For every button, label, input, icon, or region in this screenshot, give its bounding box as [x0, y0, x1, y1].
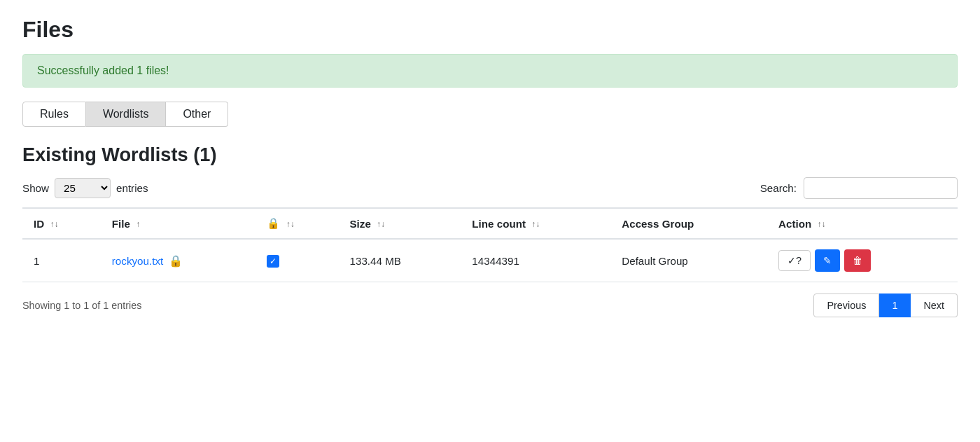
file-link[interactable]: rockyou.txt	[112, 255, 163, 267]
checked-checkbox[interactable]: ✓	[267, 255, 279, 268]
next-button[interactable]: Next	[911, 293, 958, 317]
sort-file-icon[interactable]: ↑	[136, 219, 140, 229]
cell-size: 133.44 MB	[338, 239, 461, 282]
tab-rules[interactable]: Rules	[22, 102, 86, 127]
lock-col-icon: 🔒	[267, 217, 280, 229]
page-1-button[interactable]: 1	[879, 293, 911, 317]
tab-bar: Rules Wordlists Other	[22, 102, 958, 127]
cell-linecount: 14344391	[461, 239, 610, 282]
edit-button[interactable]: ✎	[815, 249, 840, 272]
sort-lock-icon[interactable]: ↑↓	[286, 219, 295, 229]
show-label: Show	[22, 182, 49, 194]
edit-icon: ✎	[823, 255, 832, 266]
cell-action: ✓? ✎ 🗑	[767, 239, 958, 282]
cell-checked: ✓	[255, 239, 338, 282]
col-id: ID ↑↓	[22, 208, 101, 239]
sort-linecount-icon[interactable]: ↑↓	[531, 219, 540, 229]
cell-accessgroup: Default Group	[610, 239, 767, 282]
pagination: Previous 1 Next	[813, 293, 958, 317]
col-size: Size ↑↓	[338, 208, 461, 239]
sort-size-icon[interactable]: ↑↓	[377, 219, 385, 229]
section-title: Existing Wordlists (1)	[22, 144, 958, 166]
search-label: Search:	[760, 182, 797, 194]
col-action: Action ↑↓	[767, 208, 958, 239]
table-footer: Showing 1 to 1 of 1 entries Previous 1 N…	[22, 293, 958, 317]
sort-action-icon[interactable]: ↑↓	[818, 219, 826, 229]
col-accessgroup: Access Group	[610, 208, 767, 239]
col-file: File ↑	[101, 208, 256, 239]
table-row: 1 rockyou.txt 🔒 ✓ 133.44 MB 14344391 Def…	[22, 239, 958, 282]
showing-entries: Showing 1 to 1 of 1 entries	[22, 300, 141, 311]
wordlists-table: ID ↑↓ File ↑ 🔒 ↑↓ Size ↑↓ Line count ↑↓ …	[22, 207, 958, 282]
search-area: Search:	[760, 177, 958, 199]
success-alert: Successfully added 1 files!	[22, 54, 958, 88]
cell-file: rockyou.txt 🔒	[101, 239, 256, 282]
tab-wordlists[interactable]: Wordlists	[86, 102, 167, 127]
trash-icon: 🗑	[853, 255, 862, 266]
table-header-row: ID ↑↓ File ↑ 🔒 ↑↓ Size ↑↓ Line count ↑↓ …	[22, 208, 958, 239]
tab-other[interactable]: Other	[166, 102, 228, 127]
file-lock-icon: 🔒	[169, 255, 183, 267]
table-controls: Show 25 10 50 100 entries Search:	[22, 177, 958, 199]
search-input[interactable]	[804, 177, 958, 199]
previous-button[interactable]: Previous	[813, 293, 879, 317]
cell-id: 1	[22, 239, 101, 282]
entries-label: entries	[116, 182, 148, 194]
verify-button[interactable]: ✓?	[778, 250, 811, 271]
sort-id-icon[interactable]: ↑↓	[50, 219, 58, 229]
action-buttons: ✓? ✎ 🗑	[778, 249, 946, 272]
col-lock: 🔒 ↑↓	[255, 208, 338, 239]
col-linecount: Line count ↑↓	[461, 208, 610, 239]
page-title: Files	[22, 17, 958, 43]
delete-button[interactable]: 🗑	[844, 249, 871, 272]
entries-select[interactable]: 25 10 50 100	[55, 178, 111, 198]
show-entries-control: Show 25 10 50 100 entries	[22, 178, 148, 198]
